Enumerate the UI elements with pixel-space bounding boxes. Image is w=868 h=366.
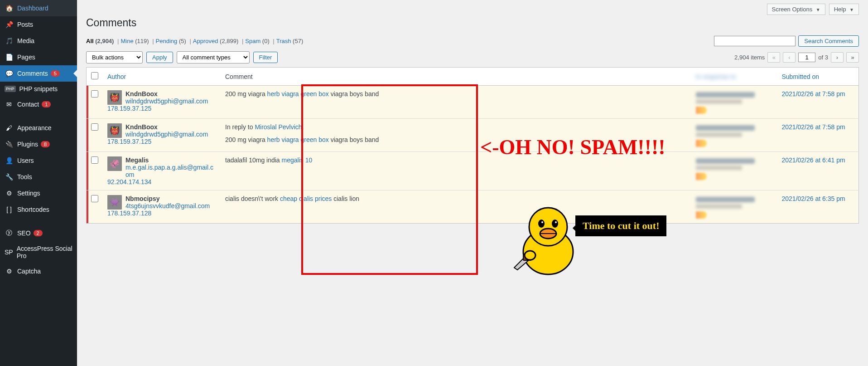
comment-body-link[interactable]: megalis 10 <box>282 156 313 164</box>
sidebar-item-accesspress-social-pro[interactable]: SPAccessPress Social Pro <box>0 241 77 263</box>
filter-all[interactable]: All (2,904) <box>86 38 114 44</box>
page-of-text: of 3 <box>818 54 828 61</box>
first-page-button[interactable]: « <box>767 52 780 63</box>
sidebar-item-seo[interactable]: ⓨSEO2 <box>0 225 77 241</box>
plug-icon: 🔌 <box>5 140 14 149</box>
caret-down-icon: ▼ <box>849 7 854 12</box>
sliders-icon: ⚙ <box>5 189 14 198</box>
badge: 2 <box>34 230 43 236</box>
submitted-date[interactable]: 2021/02/26 at 6:41 pm <box>777 152 859 190</box>
media-icon: 🎵 <box>5 36 14 45</box>
sidebar-item-tools[interactable]: 🔧Tools <box>0 169 77 185</box>
user-icon: 👤 <box>5 156 14 165</box>
last-page-button[interactable]: » <box>846 52 859 63</box>
svg-rect-8 <box>523 254 531 260</box>
comment-text: tadalafil 10mg india megalis 10 <box>225 156 687 164</box>
next-page-button[interactable]: › <box>831 52 844 63</box>
reply-author-link[interactable]: Miroslal Pevlvich <box>255 123 302 131</box>
in-reply-to: In reply to Miroslal Pevlvich. <box>225 123 687 131</box>
search-comments-button[interactable]: Search Comments <box>798 35 859 47</box>
sidebar-item-shortcodes[interactable]: [ ]Shortcodes <box>0 201 77 218</box>
column-author[interactable]: Author <box>103 68 221 86</box>
screen-options-button[interactable]: Screen Options ▼ <box>767 4 825 15</box>
submitted-date[interactable]: 2021/02/26 at 7:58 pm <box>777 119 859 152</box>
column-response[interactable]: In response to <box>691 68 777 86</box>
sidebar-item-users[interactable]: 👤Users <box>0 152 77 169</box>
comment-body-link[interactable]: cheap cialis prices <box>280 195 332 202</box>
sidebar-item-media[interactable]: 🎵Media <box>0 33 77 49</box>
filter-trash[interactable]: Trash (57) <box>276 38 303 44</box>
comment-row: 🦑Megalism.e.gal.is.pap.a.g.alis@gmail.co… <box>87 152 859 190</box>
author-name: Nbmocipsy <box>125 195 210 202</box>
submitted-date[interactable]: 2021/02/26 at 6:35 pm <box>777 190 859 224</box>
search-input[interactable] <box>714 36 796 46</box>
author-ip[interactable]: 178.159.37.125 <box>107 138 151 145</box>
author-ip[interactable]: 92.204.174.134 <box>107 178 151 185</box>
current-page-input[interactable] <box>798 53 815 62</box>
gear-icon: ⚙ <box>5 267 14 276</box>
response-cell[interactable] <box>691 86 777 119</box>
column-comment: Comment <box>221 68 691 86</box>
admin-sidebar: 🏠Dashboard📌Posts🎵Media📄Pages💬Comments5PH… <box>0 0 77 366</box>
row-checkbox[interactable] <box>91 156 98 164</box>
avatar: 👹 <box>107 123 122 138</box>
sidebar-item-posts[interactable]: 📌Posts <box>0 16 77 33</box>
dashboard-icon: 🏠 <box>5 4 14 13</box>
author-email[interactable]: 4tsg6ujnsvvkudfe@gmail.com <box>125 202 210 210</box>
php-icon: PHP <box>5 86 16 92</box>
author-email[interactable]: m.e.gal.is.pap.a.g.alis@gmail.com <box>125 164 216 178</box>
sidebar-item-pages[interactable]: 📄Pages <box>0 49 77 65</box>
comment-body-link[interactable]: herb viagra green box <box>267 90 329 98</box>
filter-pending[interactable]: Pending (5) <box>156 38 186 44</box>
total-items-text: 2,904 items <box>734 54 765 61</box>
sidebar-item-appearance[interactable]: 🖌Appearance <box>0 120 77 136</box>
comment-row: 👾Nbmocipsy4tsg6ujnsvvkudfe@gmail.com178.… <box>87 190 859 224</box>
bulk-actions-select[interactable]: Bulk actions <box>86 51 143 63</box>
sidebar-item-php-snippets[interactable]: PHPPHP snippets <box>0 82 77 96</box>
select-all-checkbox[interactable] <box>91 72 98 79</box>
author-name: KndnBoox <box>125 123 208 131</box>
comment-row: 👹KndnBooxwilndgdrwd5gphi@gmail.com178.15… <box>87 119 859 152</box>
row-checkbox[interactable] <box>91 123 98 131</box>
comment-icon: 💬 <box>5 69 14 78</box>
row-checkbox[interactable] <box>91 195 98 202</box>
sp-icon: SP <box>5 248 13 257</box>
sidebar-item-plugins[interactable]: 🔌Plugins8 <box>0 136 77 152</box>
column-submitted[interactable]: Submitted on <box>777 68 859 86</box>
sidebar-item-comments[interactable]: 💬Comments5 <box>0 65 77 82</box>
response-cell[interactable] <box>691 152 777 190</box>
badge: 8 <box>41 141 50 147</box>
badge: 5 <box>51 70 60 77</box>
sidebar-item-dashboard[interactable]: 🏠Dashboard <box>0 0 77 16</box>
response-cell[interactable] <box>691 119 777 152</box>
row-checkbox[interactable] <box>91 90 98 98</box>
filter-mine[interactable]: Mine (119) <box>121 38 149 44</box>
comment-status-filters: All (2,904)Mine (119)Pending (5)Approved… <box>86 38 307 44</box>
prev-page-button[interactable]: ‹ <box>783 52 796 63</box>
comment-text: cialis doesn\'t work cheap cialis prices… <box>225 195 687 202</box>
sidebar-item-contact[interactable]: ✉Contact1 <box>0 96 77 112</box>
author-email[interactable]: wilndgdrwd5gphi@gmail.com <box>125 98 208 105</box>
svg-point-0 <box>523 229 573 274</box>
comment-text: 200 mg viagra herb viagra green box viag… <box>225 90 687 98</box>
comment-type-select[interactable]: All comment types <box>177 51 250 63</box>
sidebar-item-captcha[interactable]: ⚙Captcha <box>0 263 77 279</box>
response-cell[interactable] <box>691 190 777 224</box>
author-email[interactable]: wilndgdrwd5gphi@gmail.com <box>125 131 208 138</box>
mail-icon: ✉ <box>5 100 14 109</box>
author-ip[interactable]: 178.159.37.125 <box>107 105 151 112</box>
filter-approved[interactable]: Approved (2,899) <box>193 38 238 44</box>
filter-button[interactable]: Filter <box>253 52 278 63</box>
pages-icon: 📄 <box>5 53 14 62</box>
apply-button[interactable]: Apply <box>146 52 173 63</box>
author-ip[interactable]: 178.159.37.128 <box>107 210 151 217</box>
help-button[interactable]: Help ▼ <box>829 4 859 15</box>
pin-icon: 📌 <box>5 20 14 29</box>
seo-icon: ⓨ <box>5 229 14 238</box>
comment-body-link[interactable]: herb viagra green box <box>267 136 329 143</box>
filter-spam[interactable]: Spam (0) <box>245 38 269 44</box>
sidebar-item-settings[interactable]: ⚙Settings <box>0 185 77 201</box>
author-name: KndnBoox <box>125 90 208 98</box>
comment-text: 200 mg viagra herb viagra green box viag… <box>225 136 687 143</box>
submitted-date[interactable]: 2021/02/26 at 7:58 pm <box>777 86 859 119</box>
